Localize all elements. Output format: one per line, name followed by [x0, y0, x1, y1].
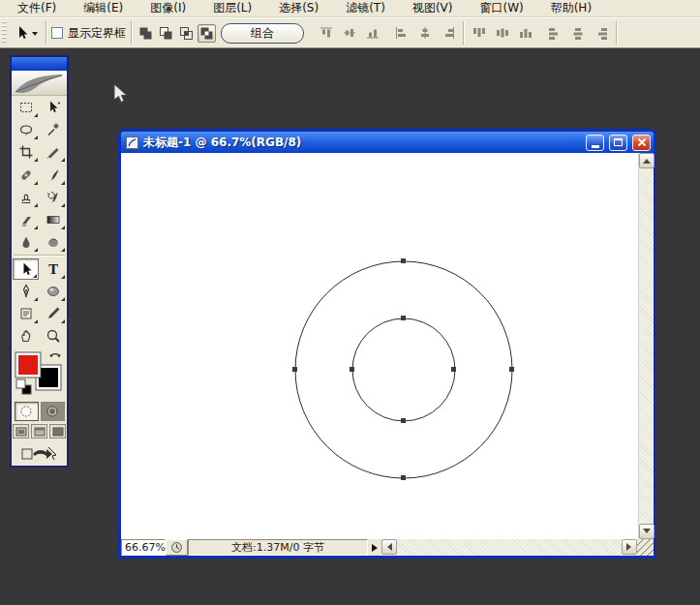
- align-left-edges-button[interactable]: [391, 23, 411, 44]
- tool-crop[interactable]: [13, 141, 39, 163]
- anchor-point[interactable]: [350, 367, 354, 372]
- default-colors-icon[interactable]: [16, 379, 31, 394]
- anchor-point[interactable]: [401, 475, 406, 480]
- align-horizontal-centers-button[interactable]: [414, 23, 435, 44]
- horizontal-scroll-track[interactable]: [397, 539, 622, 556]
- add-shape-area-button[interactable]: [137, 24, 155, 43]
- intersect-shape-areas-button[interactable]: [177, 24, 196, 43]
- background-color-swatch[interactable]: [39, 368, 58, 387]
- menu-window[interactable]: 窗口(W): [466, 0, 536, 16]
- separator: [616, 21, 617, 45]
- jump-to-imageready-button[interactable]: [18, 443, 61, 462]
- vertical-scroll-track[interactable]: [639, 168, 654, 524]
- tool-hand[interactable]: [13, 325, 39, 347]
- tool-magic-wand[interactable]: [40, 119, 66, 140]
- combine-button[interactable]: 组合: [221, 23, 304, 44]
- tool-clone-stamp[interactable]: [13, 187, 39, 208]
- anchor-point[interactable]: [509, 367, 514, 372]
- close-button[interactable]: [632, 135, 651, 151]
- distribute-bottom-icon: [518, 26, 533, 40]
- tool-eyedropper[interactable]: [40, 303, 66, 324]
- standard-mode-button[interactable]: [15, 402, 39, 421]
- tool-zoom[interactable]: [40, 325, 66, 347]
- scroll-down-button[interactable]: [639, 524, 654, 539]
- menu-filter[interactable]: 滤镜(T): [332, 0, 399, 16]
- maximize-button[interactable]: [609, 135, 627, 151]
- distribute-vertical-centers-button[interactable]: [492, 23, 512, 44]
- vertical-scrollbar[interactable]: [638, 153, 654, 539]
- color-selector: [13, 349, 66, 398]
- menu-layer[interactable]: 图层(L): [199, 0, 265, 16]
- scroll-up-button[interactable]: [639, 153, 654, 168]
- document-info[interactable]: 文档:1.37M/0 字节: [188, 539, 368, 556]
- tool-ellipse-shape[interactable]: [40, 281, 66, 302]
- tool-slice[interactable]: [40, 141, 66, 163]
- distribute-top-edges-button[interactable]: [469, 23, 489, 44]
- align-top-edges-button[interactable]: [316, 23, 336, 44]
- outer-circle-path[interactable]: [295, 261, 512, 478]
- fullscreen-with-menubar-button[interactable]: [31, 424, 47, 439]
- horizontal-scrollbar[interactable]: [381, 539, 637, 556]
- jump-to-group: [12, 440, 67, 466]
- tool-eraser[interactable]: [13, 209, 39, 230]
- menu-select[interactable]: 选择(S): [265, 0, 332, 16]
- window-resize-grip[interactable]: [637, 539, 654, 556]
- timer-button[interactable]: [166, 539, 188, 556]
- scroll-right-button[interactable]: [622, 539, 637, 555]
- scroll-left-button[interactable]: [381, 539, 397, 555]
- menu-view[interactable]: 视图(V): [399, 0, 467, 16]
- document-title-bar[interactable]: 未标题-1 @ 66.7%(RGB/8): [121, 132, 654, 153]
- distribute-bottom-edges-button[interactable]: [515, 23, 535, 44]
- tool-rectangular-marquee[interactable]: [13, 97, 39, 118]
- tool-healing-brush[interactable]: [13, 165, 39, 186]
- menu-edit[interactable]: 编辑(E): [70, 0, 137, 16]
- arrow-up-icon: [643, 155, 651, 164]
- status-flyout-button[interactable]: [368, 539, 381, 556]
- distribute-left-edges-button[interactable]: [544, 23, 564, 44]
- quick-mask-mode-button[interactable]: [41, 402, 65, 421]
- anchor-point[interactable]: [401, 316, 406, 320]
- anchor-point[interactable]: [401, 418, 406, 423]
- fullscreen-icon: [52, 427, 64, 437]
- distribute-horizontal-centers-button[interactable]: [567, 23, 588, 44]
- tool-history-brush[interactable]: [40, 187, 66, 208]
- tool-brush[interactable]: [40, 165, 66, 186]
- options-bar-grip[interactable]: [2, 21, 7, 45]
- fullscreen-mode-button[interactable]: [49, 424, 66, 439]
- tool-notes[interactable]: [13, 303, 39, 324]
- menu-file[interactable]: 文件(F): [4, 0, 70, 16]
- anchor-point[interactable]: [451, 367, 456, 372]
- clock-icon: [170, 541, 183, 554]
- show-bounding-box-checkbox[interactable]: [51, 27, 63, 39]
- canvas[interactable]: [121, 153, 638, 539]
- inner-circle-path[interactable]: [352, 318, 455, 421]
- zoom-level-field[interactable]: 66.67%: [121, 539, 166, 556]
- swap-colors-icon[interactable]: [49, 354, 61, 357]
- toolbox-title-bar[interactable]: [12, 57, 67, 71]
- anchor-point[interactable]: [292, 367, 297, 372]
- menu-help[interactable]: 帮助(H): [537, 0, 605, 16]
- tool-move[interactable]: [40, 97, 66, 118]
- distribute-right-edges-button[interactable]: [591, 23, 611, 44]
- anchor-point[interactable]: [401, 258, 406, 263]
- align-right-edges-button[interactable]: [438, 23, 458, 44]
- align-bottom-edges-button[interactable]: [362, 23, 382, 44]
- foreground-color-swatch[interactable]: [18, 355, 38, 375]
- tool-pen[interactable]: [13, 281, 39, 302]
- minimize-button[interactable]: [586, 135, 604, 151]
- tool-path-selection[interactable]: [13, 258, 39, 280]
- tool-gradient[interactable]: [40, 209, 66, 230]
- subtract-shape-area-button[interactable]: [157, 24, 175, 43]
- tool-dodge[interactable]: [40, 231, 66, 253]
- tool-blur[interactable]: [13, 231, 39, 253]
- menu-image[interactable]: 图像(I): [137, 0, 199, 16]
- tool-lasso[interactable]: [13, 119, 39, 140]
- align-vertical-centers-button[interactable]: [339, 23, 359, 44]
- tool-type[interactable]: T: [40, 258, 66, 280]
- standard-screen-mode-button[interactable]: [13, 424, 29, 439]
- intersect-shape-icon: [179, 26, 194, 41]
- exclude-overlapping-shape-areas-button[interactable]: [198, 24, 216, 43]
- photoshop-feather-logo[interactable]: [12, 71, 67, 96]
- active-tool-button[interactable]: [12, 21, 41, 45]
- arrow-left-icon: [383, 543, 392, 551]
